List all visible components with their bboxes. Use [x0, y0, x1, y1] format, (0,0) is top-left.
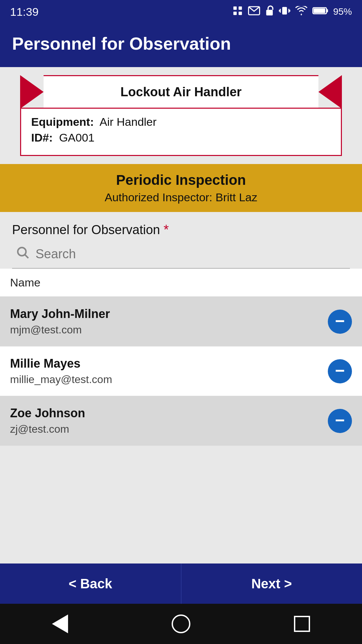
- back-button[interactable]: < Back: [0, 564, 181, 604]
- tag-corner-right: [318, 75, 342, 109]
- status-time: 11:39: [10, 5, 39, 18]
- minus-icon-2: −: [335, 412, 345, 429]
- next-button[interactable]: Next >: [181, 564, 362, 604]
- minus-icon-1: −: [335, 362, 345, 379]
- table-row: Millie Mayes millie_may@test.com −: [0, 346, 362, 396]
- search-icon: [15, 245, 29, 263]
- person-name-2: Zoe Johnson: [10, 406, 85, 420]
- search-container: [12, 245, 350, 269]
- tag-corner-left: [20, 75, 44, 109]
- svg-rect-13: [314, 8, 325, 13]
- bottom-nav: < Back Next >: [0, 564, 362, 604]
- back-nav-icon: [52, 614, 68, 633]
- equipment-value: Air Handler: [100, 115, 157, 128]
- search-input[interactable]: [36, 247, 347, 261]
- back-nav-button[interactable]: [52, 614, 68, 633]
- app-title: Personnel for Observation: [12, 34, 231, 53]
- vibrate-icon: [279, 5, 290, 19]
- person-email-1: millie_may@test.com: [10, 373, 112, 386]
- home-nav-icon: [172, 614, 190, 633]
- remove-button-0[interactable]: −: [328, 310, 352, 334]
- home-nav-button[interactable]: [172, 614, 190, 633]
- personnel-table: Name Mary John-Milner mjm@test.com − Mil…: [0, 269, 362, 446]
- svg-rect-5: [266, 10, 273, 15]
- table-row: Mary John-Milner mjm@test.com −: [0, 297, 362, 346]
- tag-title-box: Lockout Air Handler: [44, 75, 318, 109]
- app-header: Personnel for Observation: [0, 23, 362, 67]
- svg-rect-2: [233, 11, 237, 15]
- remove-button-1[interactable]: −: [328, 359, 352, 383]
- svg-point-14: [18, 248, 26, 256]
- mail-icon: [248, 6, 260, 18]
- personnel-section: Personnel for Observation *: [0, 212, 362, 269]
- status-icons: 95%: [232, 5, 352, 19]
- battery-percent: 95%: [333, 6, 352, 17]
- person-email-2: zj@test.com: [10, 423, 85, 435]
- inspection-title: Periodic Inspection: [7, 172, 355, 188]
- svg-rect-3: [239, 11, 242, 15]
- system-nav-bar: [0, 604, 362, 644]
- required-star: *: [164, 222, 169, 237]
- tag-card-wrapper: Lockout Air Handler Equipment: Air Handl…: [0, 67, 362, 164]
- inspection-subtitle: Authorized Inspector: Britt Laz: [7, 191, 355, 204]
- equipment-row: Equipment: Air Handler: [31, 115, 331, 128]
- table-header-name: Name: [10, 276, 41, 289]
- person-name-0: Mary John-Milner: [10, 307, 110, 321]
- svg-rect-0: [233, 6, 237, 10]
- gallery-icon: [232, 5, 243, 19]
- person-name-1: Millie Mayes: [10, 357, 112, 371]
- svg-rect-1: [239, 6, 242, 10]
- id-label: ID#:: [31, 131, 53, 144]
- lock-icon: [265, 5, 274, 19]
- battery-icon: [312, 6, 328, 18]
- id-row: ID#: GA001: [31, 131, 331, 144]
- equipment-label: Equipment:: [31, 115, 94, 128]
- remove-button-2[interactable]: −: [328, 409, 352, 433]
- tag-body: Equipment: Air Handler ID#: GA001: [20, 108, 342, 156]
- status-bar: 11:39 95%: [0, 0, 362, 23]
- person-info-1: Millie Mayes millie_may@test.com: [10, 357, 112, 386]
- tag-title: Lockout Air Handler: [120, 85, 242, 99]
- recents-nav-icon: [294, 616, 310, 632]
- recents-nav-button[interactable]: [294, 616, 310, 632]
- wifi-icon: [295, 6, 308, 18]
- id-value: GA001: [59, 131, 95, 144]
- svg-rect-6: [282, 7, 287, 14]
- tag-card: Lockout Air Handler Equipment: Air Handl…: [20, 75, 342, 156]
- person-info-0: Mary John-Milner mjm@test.com: [10, 307, 110, 336]
- minus-icon-0: −: [335, 313, 345, 329]
- table-row: Zoe Johnson zj@test.com −: [0, 396, 362, 446]
- person-email-0: mjm@test.com: [10, 324, 110, 336]
- person-info-2: Zoe Johnson zj@test.com: [10, 406, 85, 435]
- svg-line-15: [25, 255, 28, 258]
- inspection-banner: Periodic Inspection Authorized Inspector…: [0, 164, 362, 212]
- table-header: Name: [0, 269, 362, 297]
- svg-rect-12: [326, 9, 328, 12]
- section-heading: Personnel for Observation *: [12, 222, 350, 237]
- tag-card-top: Lockout Air Handler: [20, 75, 342, 109]
